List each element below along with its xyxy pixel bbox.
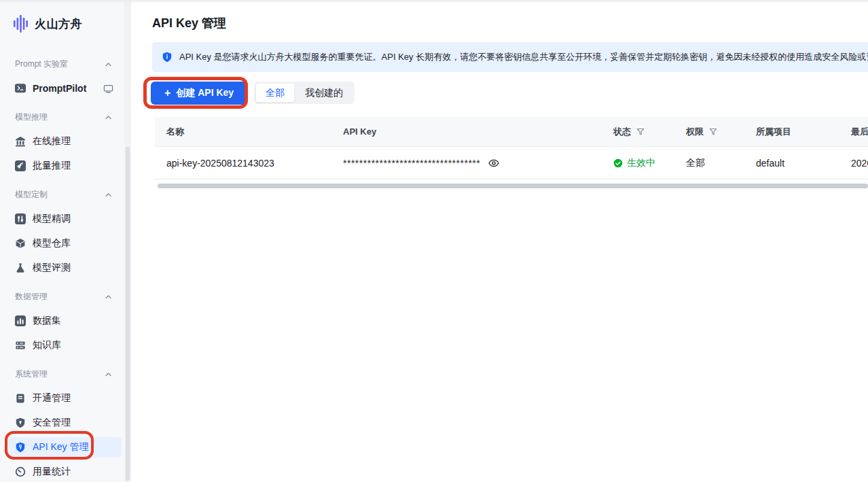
sidebar-item-activation-management[interactable]: 开通管理 xyxy=(8,388,122,409)
filter-tabs: 全部 我创建的 xyxy=(254,82,355,104)
sidebar-item-model-repo[interactable]: 模型仓库 xyxy=(8,233,122,254)
main-content: API Key 管理 API Key 是您请求火山方舟大模型服务的重要凭证。AP… xyxy=(131,0,868,482)
column-header-status: 状态 xyxy=(613,126,686,138)
top-header-shadow xyxy=(0,0,868,3)
sidebar-item-label: 批量推理 xyxy=(33,160,71,172)
group-label-text: Prompt 实验室 xyxy=(15,58,68,70)
api-key-name: api-key-20250812143023 xyxy=(155,158,343,169)
sidebar-item-batch-inference[interactable]: 批量推理 xyxy=(8,156,122,176)
group-label-text: 数据管理 xyxy=(15,291,48,303)
chevron-up-icon xyxy=(104,61,113,68)
sidebar-item-usage-stats[interactable]: 用量统计 xyxy=(8,462,122,482)
sidebar-item-label: 安全管理 xyxy=(33,417,71,429)
shield-info-icon xyxy=(162,52,173,63)
status-text: 生效中 xyxy=(627,157,655,169)
tab-all[interactable]: 全部 xyxy=(256,84,294,102)
sidebar-item-model-eval[interactable]: 模型评测 xyxy=(8,258,122,278)
sidebar-item-label: 开通管理 xyxy=(33,392,71,404)
sidebar-item-label: PromptPilot xyxy=(33,83,86,94)
sidebar-item-model-finetune[interactable]: 模型精调 xyxy=(8,209,122,229)
sidebar: 火山方舟 Prompt 实验室 PromptPilot 模型推理 xyxy=(0,0,131,482)
create-api-key-button-label: 创建 API Key xyxy=(176,87,234,99)
document-icon xyxy=(15,393,26,404)
sidebar-item-promptpilot[interactable]: PromptPilot xyxy=(8,78,122,99)
column-header-permission: 权限 xyxy=(686,126,756,138)
chevron-up-icon xyxy=(104,293,113,300)
permission-cell: 全部 xyxy=(686,157,756,169)
group-label-text: 模型定制 xyxy=(15,189,48,201)
column-header-name: 名称 xyxy=(155,126,343,138)
group-label-text: 模型推理 xyxy=(15,111,48,123)
terminal-chat-icon xyxy=(15,83,26,94)
bar-chart-icon xyxy=(15,315,26,326)
shield-key-icon xyxy=(15,442,26,453)
check-circle-icon xyxy=(613,158,623,168)
chevron-up-icon xyxy=(104,371,113,378)
sidebar-item-online-inference[interactable]: 在线推理 xyxy=(8,131,122,152)
sidebar-item-dataset[interactable]: 数据集 xyxy=(8,311,122,331)
status-badge: 生效中 xyxy=(613,157,655,169)
rocket-icon xyxy=(15,160,26,171)
api-key-masked-value: ********************************** xyxy=(343,158,613,169)
info-banner: API Key 是您请求火山方舟大模型服务的重要凭证。API Key 长期有效，… xyxy=(152,42,868,72)
table-header-row: 名称 API Key 状态 权限 所 xyxy=(155,117,868,147)
sidebar-item-knowledge-base[interactable]: 知识库 xyxy=(8,335,122,356)
group-label-text: 系统管理 xyxy=(15,368,48,380)
sidebar-scrollbar-thumb[interactable] xyxy=(126,147,130,481)
sidebar-item-label: 用量统计 xyxy=(33,466,71,478)
filter-icon[interactable] xyxy=(636,128,645,136)
gauge-icon xyxy=(15,466,26,477)
eye-icon[interactable] xyxy=(488,158,499,169)
create-api-key-button[interactable]: + 创建 API Key xyxy=(151,82,247,105)
banner-text: API Key 是您请求火山方舟大模型服务的重要凭证。API Key 长期有效，… xyxy=(179,51,868,63)
app-logo[interactable]: 火山方舟 xyxy=(0,0,131,36)
sidebar-item-security-management[interactable]: 安全管理 xyxy=(8,413,122,433)
filter-icon[interactable] xyxy=(709,128,717,136)
sidebar-group-prompt-lab[interactable]: Prompt 实验室 xyxy=(15,58,113,70)
table-horizontal-scrollbar[interactable] xyxy=(158,184,868,188)
sidebar-group-model-custom[interactable]: 模型定制 xyxy=(15,188,113,201)
api-key-table: 名称 API Key 状态 权限 所 xyxy=(155,117,868,179)
server-stack-icon xyxy=(15,340,26,351)
sidebar-item-label: API Key 管理 xyxy=(33,441,88,453)
sidebar-group-system-management[interactable]: 系统管理 xyxy=(15,368,113,380)
project-cell: default xyxy=(756,158,851,169)
sidebar-item-label: 数据集 xyxy=(33,315,61,327)
monitor-icon[interactable] xyxy=(103,84,113,94)
bank-icon xyxy=(15,136,26,147)
chevron-up-icon xyxy=(104,191,113,199)
sidebar-item-label: 在线推理 xyxy=(33,135,71,148)
last-updated-cell: 2026 xyxy=(851,158,868,169)
flask-icon xyxy=(15,262,26,273)
sidebar-group-data-management[interactable]: 数据管理 xyxy=(15,290,113,303)
page-title: API Key 管理 xyxy=(152,15,226,31)
plus-icon: + xyxy=(164,88,170,99)
tab-created-by-me[interactable]: 我创建的 xyxy=(295,84,352,102)
column-header-api-key: API Key xyxy=(343,126,613,137)
sidebar-item-label: 模型精调 xyxy=(33,213,71,225)
chevron-up-icon xyxy=(104,114,113,121)
waveform-logo-icon xyxy=(14,14,29,33)
sidebar-group-model-inference[interactable]: 模型推理 xyxy=(15,111,113,123)
column-header-last-updated: 最后 xyxy=(851,126,868,138)
sidebar-item-api-key-management[interactable]: API Key 管理 xyxy=(8,437,122,458)
app-title: 火山方舟 xyxy=(35,16,82,32)
tune-sliders-icon xyxy=(15,213,26,224)
status-cell: 生效中 xyxy=(613,157,686,169)
table-row: api-key-20250812143023 *****************… xyxy=(155,147,868,179)
sidebar-item-label: 模型评测 xyxy=(33,262,71,274)
column-header-project: 所属项目 xyxy=(756,126,851,138)
cube-icon xyxy=(15,238,26,249)
shield-lock-icon xyxy=(15,417,26,428)
sidebar-item-label: 模型仓库 xyxy=(33,237,71,249)
sidebar-item-label: 知识库 xyxy=(33,339,61,351)
